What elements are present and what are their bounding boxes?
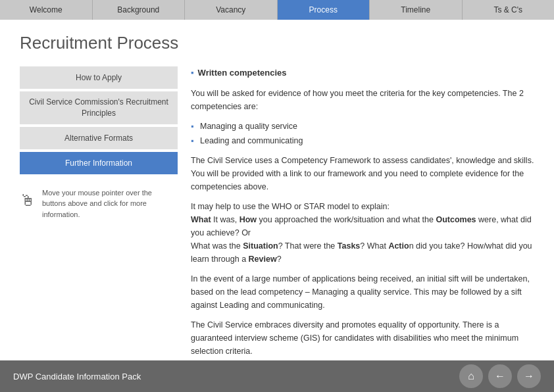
para3-tasks-label: Tasks bbox=[338, 241, 361, 251]
para3-what-text: It was, bbox=[211, 215, 239, 224]
para3-tasks-text: ? What bbox=[360, 241, 388, 251]
sidebar-btn-how-to-apply[interactable]: How to Apply bbox=[20, 66, 178, 89]
footer-title: DWP Candidate Information Pack bbox=[13, 372, 141, 381]
bullet-item-1: Managing a quality service bbox=[191, 120, 534, 133]
nav-tab-welcome[interactable]: Welcome bbox=[0, 0, 93, 20]
sidebar: How to Apply Civil Service Commission's … bbox=[20, 66, 178, 387]
bullet-list: Managing a quality service Leading and c… bbox=[191, 120, 534, 147]
main-content-area: Written competencies You will be asked f… bbox=[191, 66, 534, 387]
sidebar-hint: 🖱 Move your mouse pointer over the butto… bbox=[20, 187, 178, 220]
nav-tab-ts-cs[interactable]: Ts & C's bbox=[463, 0, 555, 20]
footer: DWP Candidate Information Pack ⌂ ← → bbox=[0, 360, 554, 392]
home-button[interactable]: ⌂ bbox=[459, 364, 483, 388]
content-para3: It may help to use the WHO or STAR model… bbox=[191, 200, 534, 266]
para3-how-label: How bbox=[239, 215, 257, 224]
para3-review-label: Review bbox=[249, 255, 277, 264]
page-content: Recruitment Process How to Apply Civil S… bbox=[0, 20, 554, 392]
para3-what-label: What bbox=[191, 215, 211, 224]
sidebar-btn-further-information[interactable]: Further Information bbox=[20, 152, 178, 174]
para3-situation-text: ? That were the bbox=[278, 241, 338, 251]
content-para5: The Civil Service embraces diversity and… bbox=[191, 318, 534, 358]
para3-action-label: Actio bbox=[388, 241, 409, 251]
nav-tab-vacancy[interactable]: Vacancy bbox=[185, 0, 278, 20]
content-para1: You will be asked for evidence of how yo… bbox=[191, 87, 534, 113]
para3-prefix: It may help to use the WHO or STAR model… bbox=[191, 202, 390, 211]
nav-tab-background[interactable]: Background bbox=[93, 0, 186, 20]
main-layout: How to Apply Civil Service Commission's … bbox=[20, 66, 534, 387]
top-navigation: Welcome Background Vacancy Process Timel… bbox=[0, 0, 554, 20]
sidebar-hint-text: Move your mouse pointer over the buttons… bbox=[42, 187, 178, 220]
nav-tab-process[interactable]: Process bbox=[278, 0, 370, 20]
para3-how-text: you approached the work/situation and wh… bbox=[257, 215, 436, 224]
para3-situation-label: Situation bbox=[243, 241, 278, 251]
mouse-icon: 🖱 bbox=[20, 189, 36, 212]
page-title: Recruitment Process bbox=[20, 33, 534, 53]
back-button[interactable]: ← bbox=[488, 364, 512, 388]
content-para4: In the event of a large number of applic… bbox=[191, 272, 534, 312]
content-para2: The Civil Service uses a Competency Fram… bbox=[191, 154, 534, 193]
bullet-item-2: Leading and communicating bbox=[191, 134, 534, 147]
para3-outcomes-label: Outcomes bbox=[436, 215, 476, 224]
sidebar-btn-civil-service[interactable]: Civil Service Commission's Recruitment P… bbox=[20, 91, 178, 124]
section-heading: Written competencies bbox=[191, 66, 534, 80]
footer-icons: ⌂ ← → bbox=[459, 364, 541, 388]
para3-situation-prefix: What was the bbox=[191, 241, 243, 251]
forward-button[interactable]: → bbox=[517, 364, 541, 388]
nav-tab-timeline[interactable]: Timeline bbox=[370, 0, 463, 20]
sidebar-btn-alternative-formats[interactable]: Alternative Formats bbox=[20, 127, 178, 149]
para3-review-end: ? bbox=[277, 255, 282, 264]
